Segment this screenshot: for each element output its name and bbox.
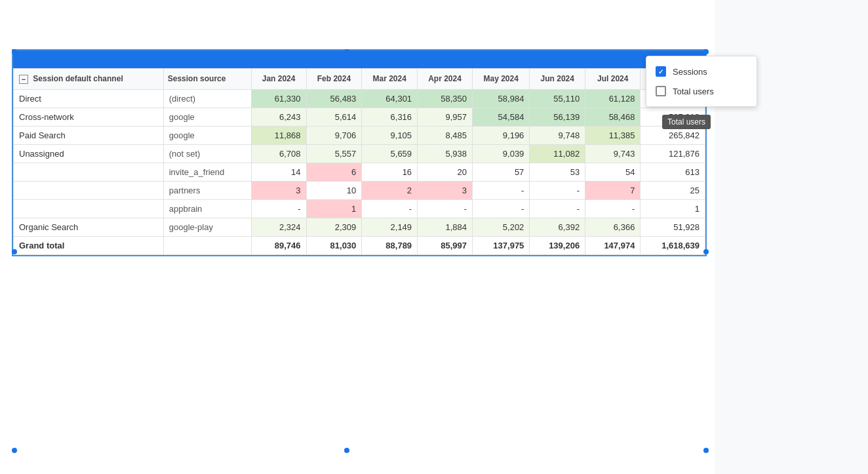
cell-channel [14,199,164,218]
dropdown-item-total-users[interactable]: Total users [646,81,757,101]
table-row: invite_a_friend1461620575354613 [14,163,705,181]
cell-value: 57 [472,163,529,181]
cell-value: 3 [251,181,306,199]
sessions-checkbox[interactable] [656,66,666,77]
cell-value: - [472,181,529,199]
handle-top-left[interactable] [12,49,17,54]
table-row: Unassigned(not set)6,7085,5575,6595,9389… [14,144,705,163]
cell-channel [14,181,164,199]
handle-bottom-right[interactable] [703,448,709,453]
cell-value: 6,708 [251,144,306,163]
handle-bottom-left[interactable] [12,448,17,453]
cell-grand: 613 [641,163,705,181]
col-header-mar: Mar 2024 [362,69,418,90]
cell-value: 56,139 [530,108,585,126]
cell-value: - [418,199,473,218]
cell-value: 2,324 [251,218,306,236]
cell-grand: 1 [641,199,705,218]
cell-channel: Paid Search [14,126,164,144]
cell-value: 6 [306,163,362,181]
cell-value: 54,584 [472,108,529,126]
cell-grand: 51,928 [641,218,705,236]
cell-value: 5,557 [306,144,362,163]
handle-mid-left[interactable] [12,249,17,254]
cell-value: 2,309 [306,218,362,236]
cell-value: 55,110 [530,89,585,108]
handle-top-right[interactable] [703,49,709,54]
handle-mid-right[interactable] [703,249,709,254]
handle-top-center[interactable] [344,49,349,54]
col-header-source: Session source [163,69,251,90]
cell-value: - [585,199,641,218]
column-selector-dropdown[interactable]: Sessions Total users [646,56,757,107]
grand-total-cell: 89,746 [251,236,306,254]
cell-value: 9,957 [418,108,473,126]
table-row: Cross-networkgoogle6,2435,6146,3169,9575… [14,108,705,126]
total-users-checkbox[interactable] [656,86,666,96]
grand-total-cell: 147,974 [585,236,641,254]
table-row: Paid Searchgoogle11,8689,7069,1058,4859,… [14,126,705,144]
cell-value: 6,366 [585,218,641,236]
cell-value: 9,039 [472,144,529,163]
table-row: Direct(direct)61,33056,48364,30158,35058… [14,89,705,108]
cell-channel: Cross-network [14,108,164,126]
cell-source: (direct) [163,89,251,108]
cell-value: 5,202 [472,218,529,236]
cell-value: 1,884 [418,218,473,236]
grand-total-grand: 1,618,639 [641,236,705,254]
cell-source: appbrain [163,199,251,218]
grand-total-cell: 139,206 [530,236,585,254]
cell-value: 9,105 [362,126,418,144]
cell-source: partners [163,181,251,199]
col-header-feb: Feb 2024 [306,69,362,90]
col-header-jun: Jun 2024 [530,69,585,90]
cell-value: - [362,199,418,218]
col-header-channel: − Session default channel [14,69,164,90]
cell-value: - [530,181,585,199]
cell-value: 9,196 [472,126,529,144]
cell-source: invite_a_friend [163,163,251,181]
sessions-label: Sessions [673,67,707,77]
cell-value: 16 [362,163,418,181]
dropdown-item-sessions[interactable]: Sessions [646,62,757,81]
cell-value: 20 [418,163,473,181]
collapse-icon[interactable]: − [19,75,28,84]
cell-value: - [251,199,306,218]
cell-value: 58,984 [472,89,529,108]
cell-value: 2 [362,181,418,199]
cell-value: 11,082 [530,144,585,163]
cell-value: - [530,199,585,218]
table-row: partners31023--725 [14,181,705,199]
cell-channel: Organic Search [14,218,164,236]
cell-value: 2,149 [362,218,418,236]
cell-channel: Direct [14,89,164,108]
col-header-jul: Jul 2024 [585,69,641,90]
grand-total-source [163,236,251,254]
cell-value: 5,659 [362,144,418,163]
cell-value: 11,385 [585,126,641,144]
cell-value: 10 [306,181,362,199]
cell-value: 9,743 [585,144,641,163]
grand-total-cell: 88,789 [362,236,418,254]
col-header-jan: Jan 2024 [251,69,306,90]
cell-value: 6,392 [530,218,585,236]
cell-channel: Unassigned [14,144,164,163]
cell-value: 11,868 [251,126,306,144]
cell-value: 3 [418,181,473,199]
cell-value: 58,350 [418,89,473,108]
cell-value: 56,483 [306,89,362,108]
handle-bottom-center[interactable] [344,448,349,453]
cell-value: 61,330 [251,89,306,108]
cell-value: 1 [306,199,362,218]
cell-grand: 25 [641,181,705,199]
cell-value: 5,938 [418,144,473,163]
cell-value: 14 [251,163,306,181]
cell-source: google [163,126,251,144]
cell-value: 53 [530,163,585,181]
table-row: Organic Searchgoogle-play2,3242,3092,149… [14,218,705,236]
col-header-may: May 2024 [472,69,529,90]
cell-value: - [472,199,529,218]
cell-value: 6,316 [362,108,418,126]
cell-channel [14,163,164,181]
cell-source: (not set) [163,144,251,163]
